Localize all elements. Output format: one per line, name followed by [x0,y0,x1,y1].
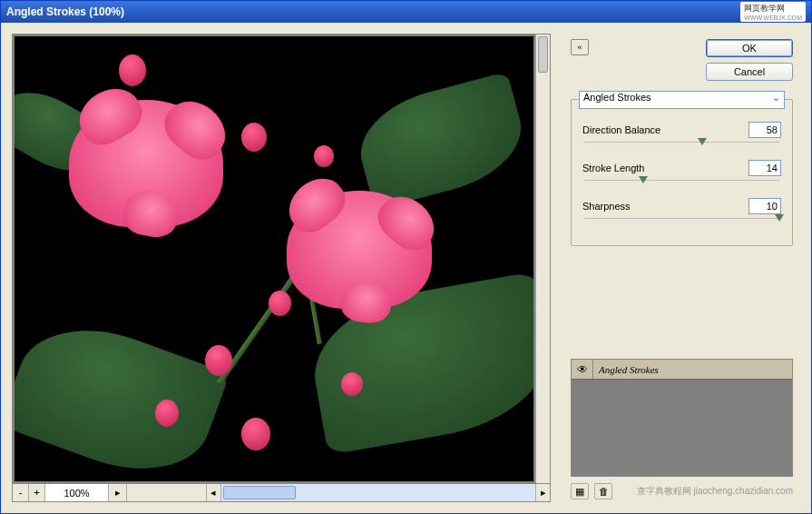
zoom-gap [127,484,206,501]
filter-gallery-window: Angled Strokes (100%) 网页教学网 WWW.WEBJX.CO… [0,0,812,514]
slider-handle-icon[interactable] [775,214,784,222]
stroke-length-slider[interactable] [584,180,779,189]
param-direction-balance: Direction Balance [582,122,781,151]
window-title: Angled Strokes (100%) [6,5,124,18]
button-stack: OK Cancel [598,39,793,81]
content-area: - + 100% ▸ ◂ ▸ « OK Cancel [1,23,811,513]
preview-canvas[interactable] [15,36,533,481]
slider-handle-icon[interactable] [639,176,648,183]
preview-frame [12,34,551,484]
delete-effect-layer-icon[interactable]: 🗑 [594,483,612,499]
expand-toggle-icon[interactable]: « [571,39,589,55]
direction-balance-input[interactable] [748,122,781,138]
filter-settings-group: Angled Strokes ⌄ Direction Balance Strok… [571,99,793,246]
zoom-bar: - + 100% ▸ ◂ ▸ [12,484,551,502]
filter-select-value: Angled Strokes [583,92,651,103]
site-badge: 网页教学网 WWW.WEBJX.COM [740,2,806,22]
hscroll-thumb[interactable] [223,486,296,499]
controls-pane: « OK Cancel Angled Strokes ⌄ Direction B… [562,23,811,513]
horizontal-scrollbar[interactable] [220,484,535,501]
effect-layers-box: 👁 Angled Strokes [571,359,793,477]
top-buttons: « OK Cancel [571,39,793,81]
titlebar: Angled Strokes (100%) 网页教学网 WWW.WEBJX.CO… [1,1,811,23]
param-stroke-length: Stroke Length [582,160,781,189]
preview-pane: - + 100% ▸ ◂ ▸ [1,23,562,513]
param-sharpness: Sharpness [582,198,781,227]
slider-handle-icon[interactable] [698,138,707,145]
param-label: Sharpness [582,201,631,212]
zoom-out-button[interactable]: - [13,484,29,501]
watermark-text: 查字典教程网 jiaocheng.chazidian.com [637,485,793,498]
filter-select[interactable]: Angled Strokes ⌄ [579,91,785,109]
effect-layer-row[interactable]: 👁 Angled Strokes [572,360,792,380]
direction-balance-slider[interactable] [584,142,779,151]
bottom-toolbar: ▦ 🗑 查字典教程网 jiaocheng.chazidian.com [571,477,793,502]
canvas-wrap [13,35,550,483]
ok-button[interactable]: OK [706,39,793,57]
cancel-button[interactable]: Cancel [706,63,793,81]
param-label: Stroke Length [582,163,645,173]
zoom-menu-arrow[interactable]: ▸ [109,484,127,501]
sharpness-slider[interactable] [584,218,779,227]
new-effect-layer-icon[interactable]: ▦ [571,483,589,499]
hscroll-right-button[interactable]: ▸ [535,484,550,501]
zoom-percent[interactable]: 100% [45,484,109,501]
hscroll-left-button[interactable]: ◂ [206,484,220,501]
param-label: Direction Balance [582,124,660,135]
vertical-scrollbar[interactable] [535,35,550,483]
effect-layer-name: Angled Strokes [593,364,659,375]
chevron-down-icon: ⌄ [772,92,780,104]
sharpness-input[interactable] [748,198,781,214]
visibility-eye-icon[interactable]: 👁 [572,360,593,379]
stroke-length-input[interactable] [748,160,781,176]
vscroll-thumb[interactable] [538,36,548,73]
zoom-in-button[interactable]: + [29,484,45,501]
